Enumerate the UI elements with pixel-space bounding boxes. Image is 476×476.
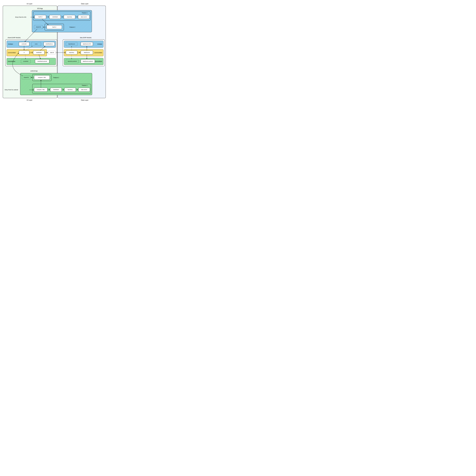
svg-text:dataSource.android: dataSource.android [83,61,93,62]
svg-text:shared lib: shared lib [36,26,41,28]
svg-text:ui: ui [24,52,24,53]
entry-ios-label: Entry Point for iOS [15,16,26,18]
svg-text:dataSource: dataSource [84,52,90,53]
entry-android-label: Entry Point for android [5,89,18,90]
svg-text:data source: data source [81,89,87,90]
svg-text:repository: repository [67,16,72,17]
svg-text:AndroidMain: AndroidMain [95,61,102,62]
svg-text:AndroidMain: AndroidMain [8,61,15,62]
ios-app-title: iOS App [37,8,43,9]
svg-text:data source: data source [81,16,87,17]
ui-layer-label-top: UI Layer [27,3,33,5]
svg-text:viewModel: viewModel [36,52,42,53]
svg-text:compose / XML: compose / XML [37,89,45,90]
svg-text:viewModel: viewModel [52,16,58,17]
svg-text:viewModel.android: viewModel.android [37,61,47,62]
svg-text:compose / XML: compose / XML [38,77,46,78]
svg-text:repository: repository [68,89,73,90]
android-feature2-title: Feature 2 [53,77,59,78]
svg-text:viewModel.ios: viewModel.ios [46,43,53,45]
svg-text:Swift UI: Swift UI [52,26,56,28]
data-layer-label-bottom: Data Layer [81,99,88,101]
svg-text:ui.android: ui.android [23,61,28,62]
svg-text:repository: repository [69,52,74,53]
svg-text:commonMain: commonMain [8,52,16,53]
data-module-title: data (KMP Module) [80,37,91,38]
data-layer-label-top: Data Layer [81,3,88,5]
svg-text:iOsMain: iOsMain [8,43,13,45]
svg-text:ViewModel: ViewModel [53,89,59,90]
svg-text:repository.ios: repository.ios [68,43,75,45]
android-app-container [20,73,92,95]
shared-title: shared (KMP Module) [8,37,20,38]
ios-feature1-title: Feature 1 [82,12,87,14]
svg-text:iOsMain: iOsMain [97,43,102,45]
svg-text:data lib: data lib [50,52,54,53]
svg-text:dataSource.iOS: dataSource.iOS [83,43,91,45]
svg-text:ui.ios: ui.ios [35,43,37,45]
android-app-title: android App [31,70,38,72]
svg-text:shared lib: shared lib [24,77,29,78]
ui-layer-label-bottom: UI Layer [27,99,33,101]
svg-text:Swift UI: Swift UI [38,16,42,17]
ios-feature2-title: Feature 2 [69,26,75,28]
svg-text:controoler: controoler [21,43,27,45]
svg-text:repository.android: repository.android [68,61,77,62]
android-feature1-title: Feature 1 [82,85,87,86]
architecture-diagram: UI Layer Data Layer iOS App Feature 1 Sw… [2,2,107,102]
svg-text:commonMain: commonMain [94,52,102,53]
